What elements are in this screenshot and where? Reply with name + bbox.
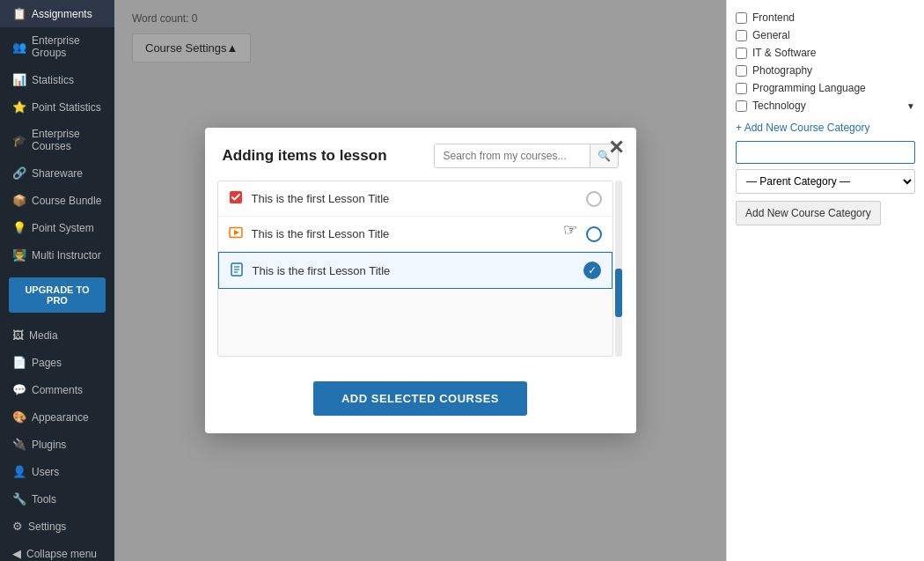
scrollbar-thumb <box>615 269 622 317</box>
lesson-item-1[interactable]: This is the first Lesson Title <box>218 181 612 217</box>
category-technology: Technology ▼ <box>736 97 915 114</box>
add-selected-courses-button[interactable]: ADD SELECTED COURSES <box>313 381 527 416</box>
multi-instructor-icon: 👨‍🏫 <box>12 248 26 262</box>
sidebar-item-users[interactable]: 👤 Users <box>0 458 114 485</box>
modal-body: This is the first Lesson Title <box>205 181 636 369</box>
sidebar-item-settings[interactable]: ⚙ Settings <box>0 513 114 540</box>
lesson-item-3[interactable]: This is the first Lesson Title ✓ <box>218 252 612 289</box>
sidebar-item-tools[interactable]: 🔧 Tools <box>0 485 114 513</box>
lesson-list: This is the first Lesson Title <box>217 181 613 357</box>
assignments-icon: 📋 <box>12 7 26 20</box>
modal-title: Adding items to lesson <box>223 147 387 165</box>
category-photography-checkbox[interactable] <box>736 65 747 77</box>
settings-icon: ⚙ <box>12 520 23 533</box>
users-icon: 👤 <box>12 465 26 478</box>
comments-icon: 💬 <box>12 383 26 396</box>
cursor-hand-icon: ☞ <box>563 220 577 240</box>
category-photography: Photography <box>736 62 915 79</box>
course-bundle-icon: 📦 <box>12 194 26 207</box>
modal-footer: ADD SELECTED COURSES <box>205 369 636 433</box>
sidebar-item-plugins[interactable]: 🔌 Plugins <box>0 431 114 458</box>
lesson-2-title: This is the first Lesson Title <box>252 227 390 240</box>
tools-icon: 🔧 <box>12 492 26 506</box>
point-statistics-icon: ⭐ <box>12 100 26 114</box>
sidebar-item-collapse[interactable]: ◀ Collapse menu <box>0 540 114 561</box>
category-general-checkbox[interactable] <box>736 30 747 41</box>
category-programming-checkbox[interactable] <box>736 83 747 94</box>
sidebar-item-comments[interactable]: 💬 Comments <box>0 376 114 403</box>
enterprise-groups-icon: 👥 <box>12 41 26 54</box>
category-frontend-checkbox[interactable] <box>736 12 747 24</box>
media-icon: 🖼 <box>12 328 24 342</box>
category-general: General <box>736 26 915 44</box>
sidebar-item-media[interactable]: 🖼 Media <box>0 321 114 349</box>
sidebar-item-assignments[interactable]: 📋 Assignments <box>0 0 114 27</box>
lesson-3-title: This is the first Lesson Title <box>253 264 391 277</box>
parent-category-select[interactable]: — Parent Category — <box>736 169 915 194</box>
add-category-link[interactable]: + Add New Course Category <box>736 122 915 134</box>
category-dropdown-icon: ▼ <box>906 101 915 111</box>
close-icon[interactable]: ✕ <box>608 138 624 158</box>
appearance-icon: 🎨 <box>12 410 26 424</box>
category-frontend: Frontend <box>736 9 915 26</box>
sidebar-item-statistics[interactable]: 📊 Statistics <box>0 66 114 93</box>
pages-icon: 📄 <box>12 356 26 369</box>
main-content: Word count: 0 Course Settings ▲ Adding i… <box>114 0 726 561</box>
sidebar-item-multi-instructor[interactable]: 👨‍🏫 Multi Instructor <box>0 241 114 269</box>
sidebar-item-enterprise-courses[interactable]: 🎓 Enterprise Courses <box>0 121 114 159</box>
lesson-item-3-left: This is the first Lesson Title <box>230 262 391 279</box>
category-technology-checkbox[interactable] <box>736 100 747 112</box>
lesson-2-radio[interactable] <box>586 226 602 242</box>
sidebar-item-enterprise-groups[interactable]: 👥 Enterprise Groups <box>0 27 114 66</box>
modal-search-container: 🔍 <box>434 144 619 168</box>
enterprise-courses-icon: 🎓 <box>12 134 26 147</box>
add-items-modal: Adding items to lesson 🔍 ✕ <box>205 128 636 433</box>
lesson-item-1-left: This is the first Lesson Title <box>229 190 390 207</box>
scrollbar-track[interactable] <box>615 181 622 357</box>
plugins-icon: 🔌 <box>12 438 26 451</box>
lesson-3-icon <box>230 262 244 279</box>
category-programming: Programming Language <box>736 79 915 97</box>
sidebar-item-course-bundle[interactable]: 📦 Course Bundle <box>0 187 114 214</box>
sidebar-item-point-statistics[interactable]: ⭐ Point Statistics <box>0 93 114 121</box>
modal-backdrop: Adding items to lesson 🔍 ✕ <box>114 0 726 561</box>
lesson-item-2-left: This is the first Lesson Title <box>229 225 390 242</box>
lesson-list-container: This is the first Lesson Title <box>217 181 613 357</box>
lesson-1-radio[interactable] <box>586 191 602 207</box>
sidebar-item-pages[interactable]: 📄 Pages <box>0 349 114 376</box>
sidebar: 📋 Assignments 👥 Enterprise Groups 📊 Stat… <box>0 0 114 561</box>
lesson-1-title: This is the first Lesson Title <box>252 192 390 205</box>
category-it-software-checkbox[interactable] <box>736 48 747 59</box>
lesson-3-checkmark[interactable]: ✓ <box>583 262 601 279</box>
lesson-item-2[interactable]: This is the first Lesson Title ☞ <box>218 217 612 252</box>
shareware-icon: 🔗 <box>12 166 26 180</box>
svg-marker-2 <box>234 230 239 235</box>
sidebar-item-appearance[interactable]: 🎨 Appearance <box>0 403 114 431</box>
point-system-icon: 💡 <box>12 221 26 234</box>
add-new-course-category-button[interactable]: Add New Course Category <box>736 201 881 225</box>
right-panel: Frontend General IT & Software Photograp… <box>726 0 924 561</box>
modal-header: Adding items to lesson 🔍 ✕ <box>205 128 636 181</box>
lesson-2-icon <box>229 225 243 242</box>
statistics-icon: 📊 <box>12 73 26 86</box>
list-scroll-area: This is the first Lesson Title <box>217 181 624 357</box>
sidebar-item-shareware[interactable]: 🔗 Shareware <box>0 159 114 187</box>
sidebar-item-point-system[interactable]: 💡 Point System <box>0 214 114 241</box>
new-category-input[interactable] <box>736 141 915 164</box>
lesson-1-icon <box>229 190 243 207</box>
search-input[interactable] <box>435 144 590 167</box>
category-it-software: IT & Software <box>736 44 915 62</box>
upgrade-to-pro-button[interactable]: UPGRADE TO PRO <box>9 277 106 313</box>
collapse-icon: ◀ <box>12 547 21 560</box>
